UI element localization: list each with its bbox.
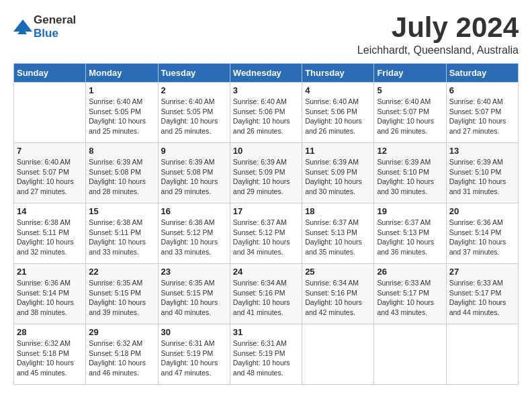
day-info: Sunrise: 6:39 AM Sunset: 5:10 PM Dayligh…	[377, 157, 443, 197]
day-number: 9	[161, 146, 227, 156]
calendar-cell: 24Sunrise: 6:34 AM Sunset: 5:16 PM Dayli…	[230, 264, 302, 324]
location-subtitle: Leichhardt, Queensland, Australia	[357, 44, 519, 56]
day-info: Sunrise: 6:37 AM Sunset: 5:13 PM Dayligh…	[377, 218, 443, 257]
header: General Blue July 2024 Leichhardt, Queen…	[13, 13, 519, 56]
day-number: 5	[377, 85, 443, 95]
day-number: 7	[17, 146, 83, 156]
day-number: 4	[305, 85, 371, 95]
calendar-cell: 30Sunrise: 6:31 AM Sunset: 5:19 PM Dayli…	[158, 324, 230, 385]
logo-general: General	[34, 13, 76, 26]
day-info: Sunrise: 6:39 AM Sunset: 5:10 PM Dayligh…	[449, 157, 515, 197]
day-info: Sunrise: 6:40 AM Sunset: 5:05 PM Dayligh…	[161, 97, 227, 136]
day-info: Sunrise: 6:32 AM Sunset: 5:18 PM Dayligh…	[89, 338, 154, 378]
logo-blue: Blue	[34, 27, 58, 40]
calendar-cell: 18Sunrise: 6:37 AM Sunset: 5:13 PM Dayli…	[302, 203, 374, 264]
day-number: 6	[449, 85, 515, 95]
day-info: Sunrise: 6:36 AM Sunset: 5:14 PM Dayligh…	[449, 218, 515, 257]
column-header-saturday: Saturday	[446, 64, 518, 83]
day-number: 24	[233, 267, 299, 277]
week-row-1: 1Sunrise: 6:40 AM Sunset: 5:05 PM Daylig…	[14, 83, 519, 143]
day-number: 23	[161, 267, 227, 277]
column-header-sunday: Sunday	[14, 64, 86, 83]
day-info: Sunrise: 6:33 AM Sunset: 5:17 PM Dayligh…	[377, 278, 443, 318]
day-info: Sunrise: 6:38 AM Sunset: 5:12 PM Dayligh…	[161, 218, 227, 257]
calendar-cell: 26Sunrise: 6:33 AM Sunset: 5:17 PM Dayli…	[374, 264, 446, 324]
calendar-cell: 2Sunrise: 6:40 AM Sunset: 5:05 PM Daylig…	[158, 83, 230, 143]
day-info: Sunrise: 6:40 AM Sunset: 5:06 PM Dayligh…	[233, 97, 299, 136]
calendar-cell	[374, 324, 446, 385]
calendar-cell	[302, 324, 374, 385]
week-row-2: 7Sunrise: 6:40 AM Sunset: 5:07 PM Daylig…	[14, 143, 519, 203]
calendar-cell: 22Sunrise: 6:35 AM Sunset: 5:15 PM Dayli…	[86, 264, 158, 324]
day-info: Sunrise: 6:37 AM Sunset: 5:13 PM Dayligh…	[305, 218, 371, 257]
day-info: Sunrise: 6:39 AM Sunset: 5:08 PM Dayligh…	[89, 157, 154, 197]
day-number: 11	[305, 146, 371, 156]
calendar-cell: 28Sunrise: 6:32 AM Sunset: 5:18 PM Dayli…	[14, 324, 86, 385]
calendar-cell: 8Sunrise: 6:39 AM Sunset: 5:08 PM Daylig…	[86, 143, 158, 203]
calendar-cell: 9Sunrise: 6:39 AM Sunset: 5:08 PM Daylig…	[158, 143, 230, 203]
day-number: 17	[233, 206, 299, 216]
calendar-cell: 13Sunrise: 6:39 AM Sunset: 5:10 PM Dayli…	[446, 143, 518, 203]
day-number: 12	[377, 146, 443, 156]
day-info: Sunrise: 6:38 AM Sunset: 5:11 PM Dayligh…	[17, 218, 83, 257]
calendar-cell: 12Sunrise: 6:39 AM Sunset: 5:10 PM Dayli…	[374, 143, 446, 203]
day-info: Sunrise: 6:39 AM Sunset: 5:09 PM Dayligh…	[233, 157, 299, 197]
day-number: 1	[89, 85, 154, 95]
day-info: Sunrise: 6:33 AM Sunset: 5:17 PM Dayligh…	[449, 278, 515, 318]
day-number: 26	[377, 267, 443, 277]
calendar-cell: 17Sunrise: 6:37 AM Sunset: 5:12 PM Dayli…	[230, 203, 302, 264]
title-block: July 2024 Leichhardt, Queensland, Austra…	[357, 13, 519, 56]
calendar-cell: 29Sunrise: 6:32 AM Sunset: 5:18 PM Dayli…	[86, 324, 158, 385]
day-number: 13	[449, 146, 515, 156]
week-row-5: 28Sunrise: 6:32 AM Sunset: 5:18 PM Dayli…	[14, 324, 519, 385]
day-info: Sunrise: 6:40 AM Sunset: 5:06 PM Dayligh…	[305, 97, 371, 136]
day-info: Sunrise: 6:32 AM Sunset: 5:18 PM Dayligh…	[17, 338, 83, 378]
day-info: Sunrise: 6:36 AM Sunset: 5:14 PM Dayligh…	[17, 278, 83, 318]
day-number: 22	[89, 267, 154, 277]
column-header-monday: Monday	[86, 64, 158, 83]
calendar-cell: 16Sunrise: 6:38 AM Sunset: 5:12 PM Dayli…	[158, 203, 230, 264]
calendar-cell: 4Sunrise: 6:40 AM Sunset: 5:06 PM Daylig…	[302, 83, 374, 143]
calendar-cell: 11Sunrise: 6:39 AM Sunset: 5:09 PM Dayli…	[302, 143, 374, 203]
calendar-cell: 20Sunrise: 6:36 AM Sunset: 5:14 PM Dayli…	[446, 203, 518, 264]
calendar-cell: 23Sunrise: 6:35 AM Sunset: 5:15 PM Dayli…	[158, 264, 230, 324]
day-number: 28	[17, 327, 83, 337]
day-number: 31	[233, 327, 299, 337]
day-number: 20	[449, 206, 515, 216]
day-info: Sunrise: 6:31 AM Sunset: 5:19 PM Dayligh…	[233, 338, 299, 378]
day-info: Sunrise: 6:37 AM Sunset: 5:12 PM Dayligh…	[233, 218, 299, 257]
logo-icon	[13, 19, 32, 34]
calendar-cell: 14Sunrise: 6:38 AM Sunset: 5:11 PM Dayli…	[14, 203, 86, 264]
column-header-tuesday: Tuesday	[158, 64, 230, 83]
day-info: Sunrise: 6:40 AM Sunset: 5:05 PM Dayligh…	[89, 97, 154, 136]
day-number: 18	[305, 206, 371, 216]
day-number: 27	[449, 267, 515, 277]
day-number: 16	[161, 206, 227, 216]
day-info: Sunrise: 6:38 AM Sunset: 5:11 PM Dayligh…	[89, 218, 154, 257]
column-header-thursday: Thursday	[302, 64, 374, 83]
day-number: 3	[233, 85, 299, 95]
day-info: Sunrise: 6:40 AM Sunset: 5:07 PM Dayligh…	[377, 97, 443, 136]
month-year-title: July 2024	[357, 13, 519, 42]
day-number: 29	[89, 327, 154, 337]
day-number: 21	[17, 267, 83, 277]
day-info: Sunrise: 6:35 AM Sunset: 5:15 PM Dayligh…	[89, 278, 154, 318]
calendar-cell: 27Sunrise: 6:33 AM Sunset: 5:17 PM Dayli…	[446, 264, 518, 324]
calendar-cell	[446, 324, 518, 385]
day-number: 19	[377, 206, 443, 216]
calendar-cell: 21Sunrise: 6:36 AM Sunset: 5:14 PM Dayli…	[14, 264, 86, 324]
day-number: 2	[161, 85, 227, 95]
calendar-cell: 10Sunrise: 6:39 AM Sunset: 5:09 PM Dayli…	[230, 143, 302, 203]
day-number: 10	[233, 146, 299, 156]
day-info: Sunrise: 6:39 AM Sunset: 5:08 PM Dayligh…	[161, 157, 227, 197]
calendar-cell: 7Sunrise: 6:40 AM Sunset: 5:07 PM Daylig…	[14, 143, 86, 203]
day-number: 8	[89, 146, 154, 156]
day-number: 14	[17, 206, 83, 216]
day-info: Sunrise: 6:35 AM Sunset: 5:15 PM Dayligh…	[161, 278, 227, 318]
day-number: 25	[305, 267, 371, 277]
day-number: 15	[89, 206, 154, 216]
day-info: Sunrise: 6:40 AM Sunset: 5:07 PM Dayligh…	[449, 97, 515, 136]
week-row-3: 14Sunrise: 6:38 AM Sunset: 5:11 PM Dayli…	[14, 203, 519, 264]
column-header-friday: Friday	[374, 64, 446, 83]
day-number: 30	[161, 327, 227, 337]
